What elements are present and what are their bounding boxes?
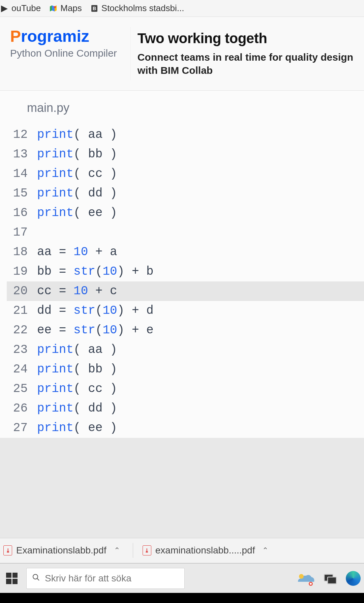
line-number: 23 [7, 341, 37, 359]
ad-title: Two working togeth [138, 30, 361, 47]
bookmark-youtube[interactable]: ▶ ouTube [0, 3, 41, 13]
code-line[interactable]: 17 [7, 223, 364, 242]
taskbar-tray [296, 571, 361, 586]
ad-body: Connect teams in real time for quality d… [138, 51, 361, 77]
windows-icon [6, 573, 18, 584]
search-icon [32, 573, 40, 584]
svg-point-5 [299, 574, 304, 579]
code-line[interactable]: 21dd = str(10) + d [7, 301, 364, 321]
line-number: 24 [7, 360, 37, 379]
svg-rect-9 [328, 577, 336, 584]
code-line[interactable]: 19bb = str(10) + b [7, 262, 364, 281]
line-number: 19 [7, 263, 37, 281]
code-content[interactable]: ee = str(10) + e [37, 321, 154, 339]
bookmark-label: ouTube [11, 3, 41, 13]
code-content[interactable]: print( cc ) [37, 165, 117, 183]
code-line[interactable]: 24print( bb ) [7, 360, 364, 379]
taskbar [0, 563, 364, 593]
line-number: 18 [7, 243, 37, 261]
code-line[interactable]: 16print( ee ) [7, 203, 364, 223]
code-line[interactable]: 23print( aa ) [7, 340, 364, 360]
svg-text:B: B [93, 6, 96, 11]
line-number: 16 [7, 204, 37, 222]
code-content[interactable]: print( aa ) [37, 126, 117, 144]
line-number: 26 [7, 399, 37, 418]
edge-icon[interactable] [346, 571, 361, 586]
taskbar-search[interactable] [26, 568, 185, 589]
code-block[interactable]: 12print( aa )13print( bb )14print( cc )1… [7, 125, 364, 438]
download-name: Examinationslabb.pdf [16, 545, 107, 556]
code-content[interactable]: print( aa ) [37, 341, 117, 359]
code-content[interactable]: dd = str(10) + d [37, 302, 154, 320]
code-line[interactable]: 14print( cc ) [7, 164, 364, 184]
line-number: 12 [7, 126, 37, 144]
code-line[interactable]: 25print( cc ) [7, 379, 364, 399]
start-button[interactable] [3, 570, 20, 587]
svg-point-3 [33, 574, 38, 579]
line-number: 15 [7, 184, 37, 203]
code-content[interactable]: cc = 10 + c [37, 282, 117, 300]
code-content[interactable]: print( ee ) [37, 204, 117, 222]
weather-icon[interactable] [296, 572, 315, 585]
divider [133, 543, 133, 558]
brand-logo[interactable]: Programiz [10, 27, 117, 46]
line-number: 25 [7, 380, 37, 398]
editor-filename: main.py [7, 101, 364, 125]
line-number: 14 [7, 165, 37, 183]
code-line[interactable]: 26print( dd ) [7, 399, 364, 418]
code-line[interactable]: 27print( ee ) [7, 418, 364, 438]
code-content[interactable]: print( dd ) [37, 399, 117, 418]
code-content[interactable]: print( dd ) [37, 184, 117, 203]
code-content[interactable]: bb = str(10) + b [37, 263, 154, 281]
code-content[interactable]: print( ee ) [37, 419, 117, 437]
code-line[interactable]: 18aa = 10 + a [7, 242, 364, 262]
download-item[interactable]: ⤓ Examinationslabb.pdf ⌃ [3, 545, 123, 556]
search-input[interactable] [45, 573, 179, 584]
download-name: examinationslabb.....pdf [155, 545, 255, 556]
maps-icon [49, 4, 58, 13]
ad-block[interactable]: Two working togeth Connect teams in real… [130, 27, 364, 80]
code-line[interactable]: 12print( aa ) [7, 125, 364, 145]
download-item[interactable]: ⤓ examinationslabb.....pdf ⌃ [143, 545, 272, 556]
code-line[interactable]: 22ee = str(10) + e [7, 321, 364, 340]
pdf-icon: ⤓ [3, 545, 12, 555]
line-number: 17 [7, 223, 37, 242]
bookmark-label: Stockholms stadsbi... [101, 3, 184, 13]
youtube-icon: ▶ [0, 4, 9, 13]
code-content[interactable]: print( bb ) [37, 360, 117, 379]
code-content[interactable]: print( bb ) [37, 145, 117, 163]
brand-subtitle: Python Online Compiler [10, 48, 117, 59]
pdf-icon: ⤓ [143, 545, 151, 555]
code-line[interactable]: 13print( bb ) [7, 145, 364, 164]
code-line[interactable]: 20cc = 10 + c [7, 281, 364, 301]
library-icon: B [90, 4, 99, 13]
brand-accent-char: P [10, 27, 21, 45]
task-view-icon[interactable] [324, 572, 337, 584]
svg-point-7 [310, 583, 312, 585]
screen-edge [0, 593, 364, 603]
brand-rest: rogramiz [21, 27, 89, 45]
line-number: 22 [7, 321, 37, 339]
code-content[interactable]: print( cc ) [37, 380, 117, 398]
line-number: 27 [7, 419, 37, 437]
svg-line-4 [37, 578, 39, 580]
code-content[interactable]: aa = 10 + a [37, 243, 117, 261]
bookmark-maps[interactable]: Maps [49, 3, 82, 13]
chevron-up-icon[interactable]: ⌃ [259, 546, 272, 555]
bookmark-stockholm[interactable]: B Stockholms stadsbi... [90, 3, 184, 13]
chevron-up-icon[interactable]: ⌃ [111, 546, 123, 555]
code-editor[interactable]: main.py 12print( aa )13print( bb )14prin… [0, 91, 364, 438]
page-header: Programiz Python Online Compiler Two wor… [0, 17, 364, 91]
bookmark-label: Maps [60, 3, 82, 13]
downloads-bar: ⤓ Examinationslabb.pdf ⌃ ⤓ examinationsl… [0, 538, 364, 563]
svg-point-0 [54, 6, 56, 8]
bookmarks-bar: ▶ ouTube Maps B Stockholms stadsbi... [0, 0, 364, 17]
line-number: 20 [7, 282, 37, 300]
line-number: 21 [7, 302, 37, 320]
brand-block: Programiz Python Online Compiler [10, 27, 130, 59]
code-line[interactable]: 15print( dd ) [7, 184, 364, 203]
line-number: 13 [7, 145, 37, 163]
